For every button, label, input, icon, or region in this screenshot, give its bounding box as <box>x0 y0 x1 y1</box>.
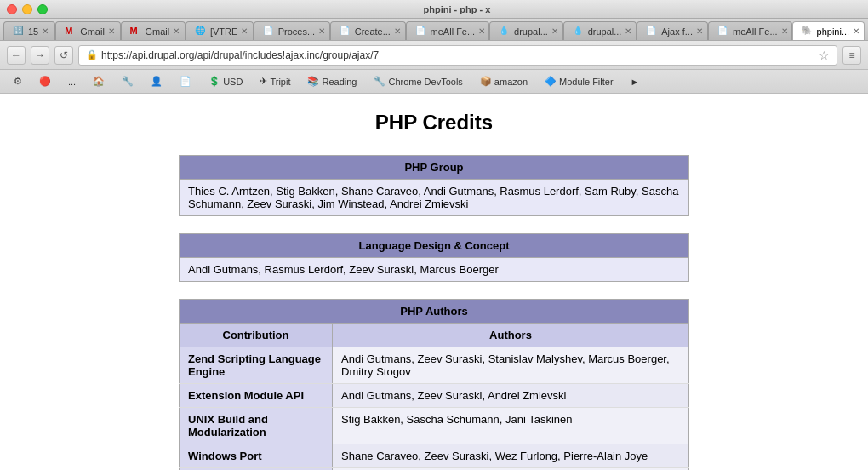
tab-drupal1[interactable]: 💧 drupal... ✕ <box>489 21 563 40</box>
tab-close-phpini[interactable]: ✕ <box>853 26 859 36</box>
language-design-header: Language Design & Concept <box>180 234 689 258</box>
tab-label-drupal2: drupal... <box>588 26 622 37</box>
language-design-table: Language Design & Concept Andi Gutmans, … <box>179 233 689 282</box>
forward-button[interactable]: → <box>31 46 49 65</box>
bookmark-more[interactable]: ... <box>61 72 83 91</box>
reading-icon: 📚 <box>307 76 319 87</box>
close-button[interactable] <box>7 4 17 14</box>
icon3: 👤 <box>151 76 163 87</box>
tab-close-gmail1[interactable]: ✕ <box>108 26 115 36</box>
menu-button[interactable]: ≡ <box>842 46 861 65</box>
bookmark-icon4[interactable]: 📄 <box>173 72 198 91</box>
language-design-members: Andi Gutmans, Rasmus Lerdorf, Zeev Suras… <box>180 258 689 282</box>
tab-favicon-drupal2: 💧 <box>573 26 585 37</box>
tab-close-meallfe1[interactable]: ✕ <box>478 26 485 36</box>
tab-favicon-ajax: 📄 <box>646 26 658 37</box>
tab-label-phpini: phpini... <box>817 26 850 37</box>
tab-gmail1[interactable]: M Gmail ✕ <box>55 21 120 40</box>
bookmark-amazon[interactable]: 📦 amazon <box>473 72 534 91</box>
table-row: Windows Port Shane Caraveo, Zeev Suraski… <box>180 444 689 468</box>
reading-label: Reading <box>322 77 357 87</box>
col-header-authors: Authors <box>333 324 689 347</box>
tab-close-ajax[interactable]: ✕ <box>696 26 703 36</box>
address-text: https://api.drupal.org/api/drupal/includ… <box>101 49 815 61</box>
tab-bar: 🔢 15 ✕ M Gmail ✕ M Gmail ✕ 🌐 [VTRE ✕ 📄 P… <box>0 19 868 41</box>
tab-close-meallfe2[interactable]: ✕ <box>781 26 788 36</box>
tab-close-gmail2[interactable]: ✕ <box>173 26 180 36</box>
authors-windows: Shane Caraveo, Zeev Suraski, Wez Furlong… <box>333 444 689 468</box>
bookmark-apps[interactable]: ⚙ <box>7 72 29 91</box>
php-group-header: PHP Group <box>180 156 689 180</box>
bookmark-devtools[interactable]: 🔧 Chrome DevTools <box>367 72 469 91</box>
tab-1[interactable]: 🔢 15 ✕ <box>3 21 55 40</box>
contribution-scripting: Zend Scripting Language Engine <box>180 347 333 384</box>
minimize-button[interactable] <box>22 4 32 14</box>
php-group-members: Thies C. Arntzen, Stig Bakken, Shane Car… <box>180 180 689 216</box>
address-bar[interactable]: 🔒 https://api.drupal.org/api/drupal/incl… <box>78 45 837 66</box>
tab-favicon-1: 🔢 <box>13 26 25 37</box>
tab-label-meallfe1: meAll Fe... <box>431 26 476 37</box>
tab-close-process[interactable]: ✕ <box>318 26 325 36</box>
bookmark-icon1[interactable]: 🏠 <box>86 72 111 91</box>
tab-label-ajax: Ajax f... <box>661 26 693 37</box>
bookmark-dot1[interactable]: 🔴 <box>32 72 58 91</box>
tab-create[interactable]: 📄 Create... ✕ <box>330 21 406 40</box>
tab-close-create[interactable]: ✕ <box>394 26 401 36</box>
title-bar: phpini - php - x <box>0 0 868 19</box>
devtools-icon: 🔧 <box>374 76 385 87</box>
bookmark-icon2[interactable]: 🔧 <box>115 72 140 91</box>
toolbar: ← → ↺ 🔒 https://api.drupal.org/api/drupa… <box>0 41 868 70</box>
bookmark-modulefilter[interactable]: 🔷 Module Filter <box>538 72 620 91</box>
usd-label: USD <box>223 77 243 87</box>
tab-process[interactable]: 📄 Proces... ✕ <box>254 21 330 40</box>
php-authors-table: PHP Authors Contribution Authors Zend Sc… <box>179 299 689 470</box>
tab-favicon-meallfe1: 📄 <box>415 26 427 37</box>
tripit-label: Tripit <box>270 77 290 87</box>
bookmark-tripit[interactable]: ✈ Tripit <box>253 72 297 91</box>
tab-favicon-meallfe2: 📄 <box>717 26 729 37</box>
tab-close-drupal1[interactable]: ✕ <box>551 26 558 36</box>
tab-label-gmail2: Gmail <box>146 26 170 37</box>
tab-drupal2[interactable]: 💧 drupal... ✕ <box>563 21 637 40</box>
devtools-label: Chrome DevTools <box>388 77 462 87</box>
bookmark-star-icon[interactable]: ☆ <box>819 49 830 62</box>
lock-icon: 🔒 <box>86 49 98 60</box>
tab-meallfe2[interactable]: 📄 meAll Fe... ✕ <box>708 21 791 40</box>
refresh-button[interactable]: ↺ <box>54 46 73 65</box>
tab-gmail2[interactable]: M Gmail ✕ <box>121 21 186 40</box>
icon1: 🏠 <box>93 76 105 87</box>
bookmark-arrow[interactable]: ► <box>624 72 647 91</box>
tripit-icon: ✈ <box>260 76 267 87</box>
apps-icon: ⚙ <box>14 76 22 87</box>
authors-scripting: Andi Gutmans, Zeev Suraski, Stanislav Ma… <box>333 347 689 384</box>
tab-meallfe1[interactable]: 📄 meAll Fe... ✕ <box>406 21 489 40</box>
bookmark-usd[interactable]: 💲 USD <box>202 72 249 91</box>
tab-favicon-gmail1: M <box>65 26 77 37</box>
tab-ajax[interactable]: 📄 Ajax f... ✕ <box>637 21 708 40</box>
bookmark-reading[interactable]: 📚 Reading <box>300 72 363 91</box>
authors-unix: Stig Bakken, Sascha Schumann, Jani Taski… <box>333 408 689 444</box>
tab-close-1[interactable]: ✕ <box>42 26 49 36</box>
icon4: 📄 <box>180 76 191 87</box>
tab-close-vtre[interactable]: ✕ <box>241 26 248 36</box>
maximize-button[interactable] <box>37 4 48 14</box>
amazon-label: amazon <box>494 77 528 87</box>
php-authors-header: PHP Authors <box>180 300 689 324</box>
page-content: PHP Credits PHP Group Thies C. Arntzen, … <box>0 94 868 470</box>
tab-favicon-process: 📄 <box>263 26 275 37</box>
tab-vtre[interactable]: 🌐 [VTRE ✕ <box>186 21 254 40</box>
back-button[interactable]: ← <box>7 46 26 65</box>
tab-close-drupal2[interactable]: ✕ <box>625 26 631 36</box>
tab-label-vtre: [VTRE <box>210 26 237 37</box>
tab-label-meallfe2: meAll Fe... <box>733 26 778 37</box>
contribution-extension: Extension Module API <box>180 384 333 408</box>
table-row: UNIX Build and Modularization Stig Bakke… <box>180 408 689 444</box>
contribution-windows: Windows Port <box>180 444 333 468</box>
modulefilter-label: Module Filter <box>559 77 614 87</box>
bookmark-dot1-icon: 🔴 <box>39 76 51 87</box>
tab-phpini[interactable]: 🐘 phpini... ✕ <box>792 21 865 40</box>
window-title: phpini - php - x <box>53 4 861 14</box>
bookmark-icon3[interactable]: 👤 <box>144 72 169 91</box>
tab-favicon-drupal1: 💧 <box>499 26 511 37</box>
tab-favicon-gmail2: M <box>130 26 142 37</box>
